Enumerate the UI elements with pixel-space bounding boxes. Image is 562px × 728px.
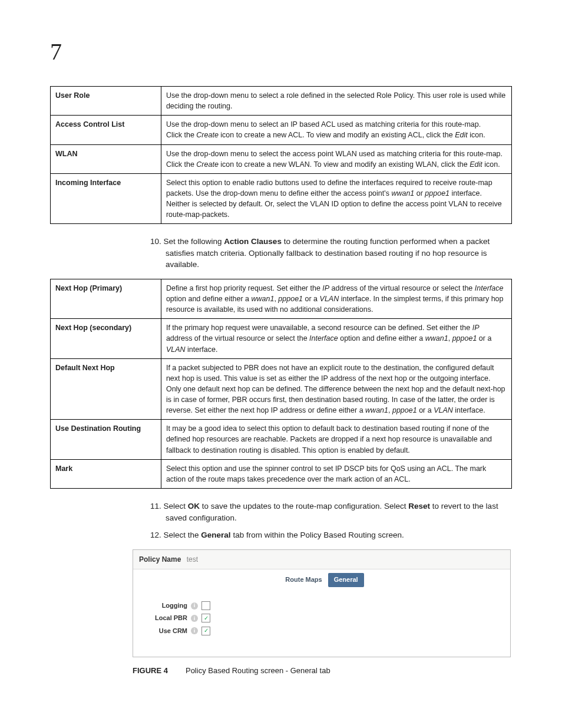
row-label: Use Destination Routing	[51, 420, 161, 459]
row-label: Incoming Interface	[51, 173, 161, 224]
row-description: If the primary hop request were unavaila…	[161, 319, 511, 358]
row-description: If a packet subjected to PBR does not ha…	[161, 358, 511, 420]
row-description: Define a first hop priority request. Set…	[161, 279, 511, 318]
policy-name-value: test	[187, 555, 198, 564]
row-localpbr: Local PBR i ✓	[146, 614, 497, 622]
info-icon[interactable]: i	[191, 615, 198, 622]
logging-label: Logging	[146, 601, 191, 610]
row-label: WLAN	[51, 144, 161, 173]
localpbr-checkbox[interactable]: ✓	[201, 614, 210, 622]
row-description: Use the drop-down menu to select the acc…	[161, 144, 511, 173]
localpbr-label: Local PBR	[146, 614, 191, 622]
step-10: 10. Set the following Action Clauses to …	[150, 236, 512, 271]
figure-header: Policy Name test	[133, 550, 510, 570]
logging-checkbox[interactable]	[201, 601, 210, 610]
row-description: Use the drop-down menu to select an IP b…	[161, 116, 511, 144]
row-description: Select this option and use the spinner c…	[161, 459, 511, 488]
tab-general[interactable]: General	[328, 573, 364, 587]
tab-strip: Route Maps General	[133, 569, 510, 590]
tab-routemaps[interactable]: Route Maps	[279, 573, 328, 587]
match-criteria-table: User RoleUse the drop-down menu to selec…	[50, 86, 512, 224]
step-12: 12. Select the General tab from within t…	[150, 529, 512, 541]
row-label: Next Hop (secondary)	[51, 319, 161, 358]
policy-name-label: Policy Name	[139, 555, 181, 564]
usecrm-label: Use CRM	[146, 627, 191, 635]
row-label: Next Hop (Primary)	[51, 279, 161, 318]
row-label: Access Control List	[51, 116, 161, 144]
action-clauses-table: Next Hop (Primary)Define a first hop pri…	[50, 279, 512, 489]
step-11: 11. Select OK to save the updates to the…	[150, 500, 512, 523]
figure-caption: FIGURE 4Policy Based Routing screen - Ge…	[133, 666, 512, 676]
row-logging: Logging i	[146, 601, 497, 610]
row-usecrm: Use CRM i ✓	[146, 627, 497, 635]
row-description: Use the drop-down menu to select a role …	[161, 87, 511, 116]
row-label: Mark	[51, 459, 161, 488]
page-number: 7	[50, 35, 512, 68]
row-label: User Role	[51, 87, 161, 116]
info-icon[interactable]: i	[191, 602, 198, 610]
info-icon[interactable]: i	[191, 627, 198, 634]
row-description: It may be a good idea to select this opt…	[161, 420, 511, 459]
row-description: Select this option to enable radio butto…	[161, 173, 511, 224]
figure-screenshot: Policy Name test Route Maps General Logg…	[133, 549, 511, 657]
row-label: Default Next Hop	[51, 358, 161, 420]
usecrm-checkbox[interactable]: ✓	[201, 627, 210, 635]
